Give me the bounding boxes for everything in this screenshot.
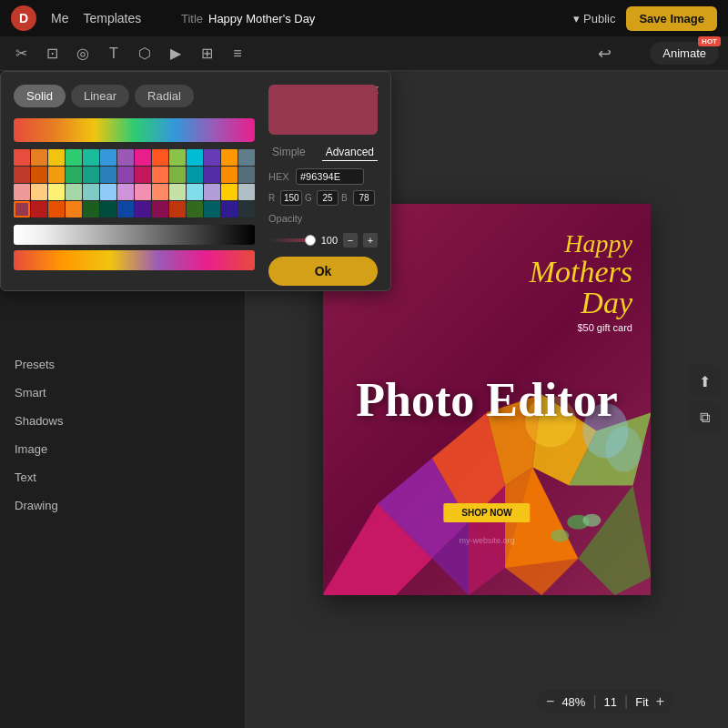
cp-cell[interactable]: [100, 149, 116, 166]
cp-cell[interactable]: [66, 149, 82, 166]
circle-icon[interactable]: ◎: [71, 42, 95, 66]
cp-cell[interactable]: [238, 201, 255, 217]
cp-cell[interactable]: [187, 201, 203, 217]
sidebar-item-image[interactable]: Image: [0, 435, 245, 463]
cp-cell[interactable]: [48, 184, 65, 200]
grid-icon[interactable]: ⊞: [195, 42, 218, 66]
cp-cell[interactable]: [83, 167, 99, 183]
sidebar-item-text[interactable]: Text: [0, 463, 245, 491]
cp-cell[interactable]: [100, 184, 116, 200]
cp-cell[interactable]: [135, 201, 151, 217]
cp-opacity-slider[interactable]: [268, 238, 316, 242]
cp-cell[interactable]: [31, 149, 47, 166]
cp-ok-button[interactable]: Ok: [268, 257, 378, 286]
cp-cell[interactable]: [169, 184, 186, 200]
cp-cell[interactable]: [31, 184, 47, 200]
cp-cell[interactable]: [83, 184, 99, 200]
undo-button[interactable]: ↩: [592, 41, 617, 66]
logo[interactable]: D: [11, 5, 36, 31]
save-image-button[interactable]: Save Image: [626, 6, 717, 31]
cp-cell[interactable]: [66, 167, 82, 183]
play-icon[interactable]: ▶: [164, 42, 187, 66]
cp-cell[interactable]: [169, 167, 186, 183]
cp-cell[interactable]: [100, 201, 116, 217]
cp-cell[interactable]: [152, 167, 168, 183]
cp-cell[interactable]: [100, 167, 116, 183]
cp-b-input[interactable]: [353, 190, 375, 206]
nav-templates[interactable]: Templates: [83, 11, 141, 25]
cp-cell[interactable]: [221, 149, 238, 166]
sidebar-item-drawing[interactable]: Drawing: [0, 491, 245, 520]
cp-cell[interactable]: [31, 201, 47, 217]
cp-rainbow-swatch[interactable]: [14, 118, 255, 142]
crop-icon[interactable]: ⊡: [40, 42, 64, 66]
cp-cell[interactable]: [83, 149, 99, 166]
cp-cell[interactable]: [66, 201, 82, 217]
shape-icon[interactable]: ⬡: [133, 42, 157, 66]
cp-cell[interactable]: [204, 167, 220, 183]
cp-cell[interactable]: [66, 184, 82, 200]
cp-cell[interactable]: [187, 184, 203, 200]
cp-cell[interactable]: [169, 201, 186, 217]
cp-tab-solid[interactable]: Solid: [14, 85, 66, 107]
cp-cell[interactable]: [117, 167, 134, 183]
cp-cell[interactable]: [187, 167, 203, 183]
cp-cell[interactable]: [238, 184, 255, 200]
cp-cell-selected[interactable]: [14, 201, 30, 217]
cp-cell[interactable]: [152, 149, 168, 166]
cp-cell[interactable]: [117, 184, 134, 200]
sidebar-item-smart[interactable]: Smart: [0, 379, 245, 407]
cp-cell[interactable]: [14, 149, 30, 166]
cp-opacity-minus[interactable]: −: [343, 233, 358, 248]
cp-cell[interactable]: [83, 201, 99, 217]
nav-me[interactable]: Me: [51, 11, 68, 25]
cp-cell[interactable]: [117, 201, 134, 217]
public-toggle[interactable]: ▾ Public: [573, 12, 615, 25]
cp-cell[interactable]: [221, 184, 238, 200]
nav-title-value[interactable]: Happy Mother's Day: [208, 12, 315, 25]
cp-cell[interactable]: [135, 167, 151, 183]
cut-icon[interactable]: ✂: [9, 42, 33, 66]
cp-cell[interactable]: [152, 201, 168, 217]
cp-advanced-tab[interactable]: Advanced: [322, 144, 378, 161]
cp-simple-tab[interactable]: Simple: [268, 144, 309, 161]
sidebar-item-presets[interactable]: Presets: [0, 350, 245, 379]
cp-cell[interactable]: [221, 167, 238, 183]
text-icon[interactable]: T: [102, 42, 126, 66]
zoom-minus-button[interactable]: −: [546, 693, 554, 710]
cp-cell[interactable]: [204, 184, 220, 200]
cp-cell[interactable]: [152, 184, 168, 200]
cp-cell[interactable]: [204, 201, 220, 217]
cp-r-input[interactable]: [280, 190, 302, 206]
cp-tab-linear[interactable]: Linear: [71, 85, 129, 107]
cp-cell[interactable]: [187, 149, 203, 166]
cp-cell[interactable]: [169, 149, 186, 166]
cp-cell[interactable]: [31, 167, 47, 183]
cp-g-input[interactable]: [317, 190, 339, 206]
cp-cell[interactable]: [238, 167, 255, 183]
fit-label[interactable]: Fit: [635, 695, 648, 709]
animate-button[interactable]: Animate HOT: [650, 42, 719, 65]
cp-cell[interactable]: [238, 149, 255, 166]
cp-cell[interactable]: [117, 149, 134, 166]
cp-cell[interactable]: [14, 184, 30, 200]
cp-cell[interactable]: [48, 167, 65, 183]
zoom-plus-button[interactable]: +: [656, 693, 664, 710]
right-tool-copy[interactable]: ⧉: [688, 401, 721, 434]
cp-cell[interactable]: [135, 149, 151, 166]
menu-icon[interactable]: ≡: [226, 42, 249, 66]
cp-cell[interactable]: [135, 184, 151, 200]
cp-gradient-row[interactable]: [14, 250, 255, 270]
cp-cell[interactable]: [48, 149, 65, 166]
sidebar-item-shadows[interactable]: Shadows: [0, 407, 245, 435]
cp-grays-row[interactable]: [14, 225, 255, 245]
right-tool-upload[interactable]: ⬆: [688, 365, 721, 398]
cp-hex-input[interactable]: [296, 168, 364, 185]
main-area: Design Solid Linear Radial ×: [0, 71, 728, 728]
cp-cell[interactable]: [14, 167, 30, 183]
cp-cell[interactable]: [221, 201, 238, 217]
cp-tab-radial[interactable]: Radial: [135, 85, 194, 107]
cp-cell[interactable]: [48, 201, 65, 217]
cp-cell[interactable]: [204, 149, 220, 166]
cp-opacity-plus[interactable]: +: [363, 233, 378, 248]
